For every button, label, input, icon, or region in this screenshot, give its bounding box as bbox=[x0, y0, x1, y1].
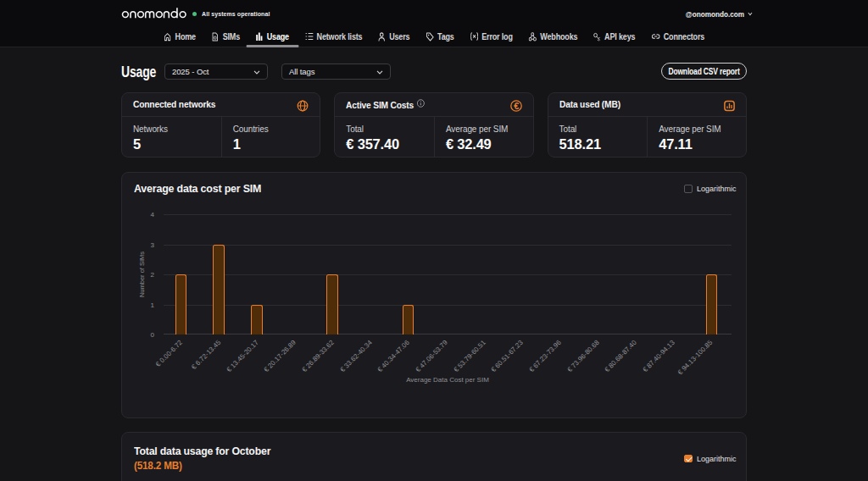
svg-text:€: € bbox=[514, 100, 519, 110]
